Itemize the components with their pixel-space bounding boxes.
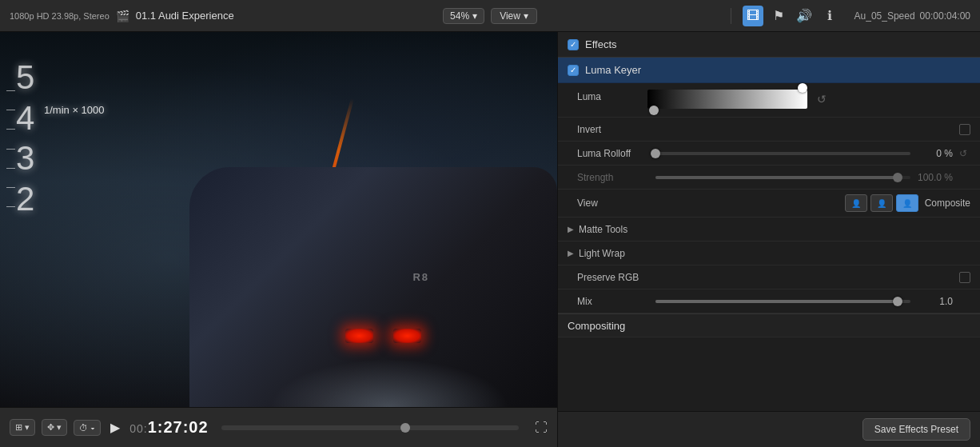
top-bar-center: 54% ▾ View ▾ [443, 8, 537, 24]
effects-label: Effects [585, 38, 617, 50]
tab-audio-icon[interactable]: 🔊 [794, 6, 815, 26]
clip-info: 1080p HD 23.98p, Stereo [10, 11, 110, 21]
light-wrap-header[interactable]: ▶ Light Wrap [558, 241, 980, 265]
matte-tools-header[interactable]: ▶ Matte Tools [558, 218, 980, 241]
mix-row: Mix 1.0 [558, 289, 980, 313]
luma-rolloff-track[interactable] [655, 152, 910, 155]
mix-track[interactable] [655, 300, 910, 303]
car-silhouette: R8 [189, 167, 557, 407]
view-matte-button[interactable]: 👤 [845, 194, 867, 212]
preserve-rgb-checkbox[interactable] [959, 272, 970, 283]
taillight-right [393, 329, 421, 343]
strength-label: Strength [577, 172, 649, 183]
compositing-header[interactable]: Compositing [558, 313, 980, 337]
video-area: 5 4 3 2 ——————— 1/min × 1000 [0, 32, 557, 407]
view-buttons: 👤 👤 👤 [845, 194, 918, 212]
view-button[interactable]: View ▾ [491, 8, 537, 24]
top-bar: 1080p HD 23.98p, Stereo 🎬 01.1 Audi Expe… [0, 0, 980, 32]
tab-flag-icon[interactable]: ⚑ [768, 6, 789, 26]
luma-keyer-label: Luma Keyer [585, 64, 641, 76]
preserve-rgb-row: Preserve RGB [558, 265, 980, 289]
luma-handle-top[interactable] [798, 83, 807, 93]
luma-label: Luma [577, 91, 641, 102]
effects-main-row: ✓ Effects [558, 32, 980, 58]
matte-tools-arrow: ▶ [568, 225, 574, 233]
speed-button[interactable]: ⏱ ▾ [74, 420, 101, 436]
strength-fill [655, 176, 898, 179]
compositing-label: Compositing [568, 320, 625, 332]
video-content: 5 4 3 2 ——————— 1/min × 1000 [0, 32, 557, 407]
view-composite-label: Composite [925, 198, 970, 209]
effects-panel-wrapper: ✓ Effects ✓ Luma Keyer Luma [557, 32, 980, 447]
invert-row: Invert [558, 118, 980, 142]
clip-name-right: Au_05_Speed [855, 10, 915, 22]
luma-rolloff-reset[interactable]: ↺ [959, 148, 970, 159]
luma-rolloff-thumb[interactable] [651, 149, 660, 158]
film-icon: 🎬 [116, 10, 129, 22]
top-bar-left: 1080p HD 23.98p, Stereo 🎬 01.1 Audi Expe… [10, 10, 443, 22]
clip-title: 01.1 Audi Experience [136, 10, 234, 22]
tab-video-icon[interactable]: 🎞 [743, 6, 763, 26]
speedometer-numbers: 5 4 3 2 [16, 56, 34, 221]
luma-rolloff-value: 0 % [917, 148, 953, 159]
timecode-right: 00:00:04:00 [920, 10, 970, 22]
scrubber-thumb[interactable] [400, 423, 410, 433]
invert-label: Invert [577, 124, 601, 135]
water-splash [269, 359, 509, 407]
luma-gradient-bar[interactable] [647, 90, 807, 109]
luma-rolloff-label: Luma Rolloff [577, 148, 649, 159]
tick-marks: ——————— [6, 80, 15, 215]
taillight-left [345, 329, 373, 343]
strength-thumb [893, 173, 902, 182]
light-wrap-label: Light Wrap [579, 248, 625, 259]
effects-checkbox[interactable]: ✓ [568, 39, 579, 50]
luma-rolloff-row: Luma Rolloff 0 % ↺ [558, 142, 980, 166]
main-content: 5 4 3 2 ——————— 1/min × 1000 [0, 32, 980, 447]
mix-fill [655, 300, 898, 303]
strength-row: Strength 100.0 % [558, 166, 980, 190]
matte-tools-label: Matte Tools [579, 224, 627, 235]
effects-panel: ✓ Effects ✓ Luma Keyer Luma [557, 32, 980, 447]
luma-reset-icon[interactable]: ↺ [817, 93, 827, 106]
strength-track [655, 176, 910, 179]
mix-label: Mix [577, 296, 649, 307]
zoom-button[interactable]: 54% ▾ [443, 8, 484, 24]
transform-button[interactable]: ✥ ▾ [42, 419, 67, 436]
scrubber[interactable] [221, 425, 519, 430]
view-label: View [577, 198, 598, 209]
mix-value: 1.0 [917, 296, 953, 307]
luma-keyer-checkbox[interactable]: ✓ [568, 65, 579, 76]
divider [731, 8, 731, 24]
luma-section: Luma ↺ [558, 83, 980, 118]
layout-button[interactable]: ⊞ ▾ [10, 419, 35, 436]
strength-value: 100.0 % [917, 172, 953, 183]
timecode-display: 00:1:27:02 [129, 418, 208, 437]
video-controls: ⊞ ▾ ✥ ▾ ⏱ ▾ ▶ 00:1:27:02 ⛶ [0, 407, 557, 447]
speed-label: 1/min × 1000 [44, 104, 105, 116]
light-wrap-arrow: ▶ [568, 249, 574, 257]
effects-body: ✓ Effects ✓ Luma Keyer Luma [558, 32, 980, 411]
view-row: View 👤 👤 👤 Composite [558, 190, 980, 218]
play-button[interactable]: ▶ [107, 417, 123, 438]
fullscreen-button[interactable]: ⛶ [535, 421, 548, 435]
view-composite-button[interactable]: 👤 [896, 194, 918, 212]
bottom-bar: Save Effects Preset [558, 411, 980, 447]
top-bar-right: 🎞 ⚑ 🔊 ℹ Au_05_Speed 00:00:04:00 [537, 6, 970, 26]
save-effects-preset-button[interactable]: Save Effects Preset [862, 418, 970, 441]
luma-handle-bottom[interactable] [649, 106, 659, 115]
mix-thumb[interactable] [893, 297, 902, 306]
luma-bar-container: Luma ↺ [577, 90, 970, 109]
tab-info-icon[interactable]: ℹ [819, 6, 840, 26]
view-source-button[interactable]: 👤 [870, 194, 893, 212]
video-panel: 5 4 3 2 ——————— 1/min × 1000 [0, 32, 557, 447]
preserve-rgb-label: Preserve RGB [577, 272, 639, 283]
luma-keyer-row: ✓ Luma Keyer [558, 58, 980, 83]
invert-checkbox[interactable] [959, 124, 970, 135]
